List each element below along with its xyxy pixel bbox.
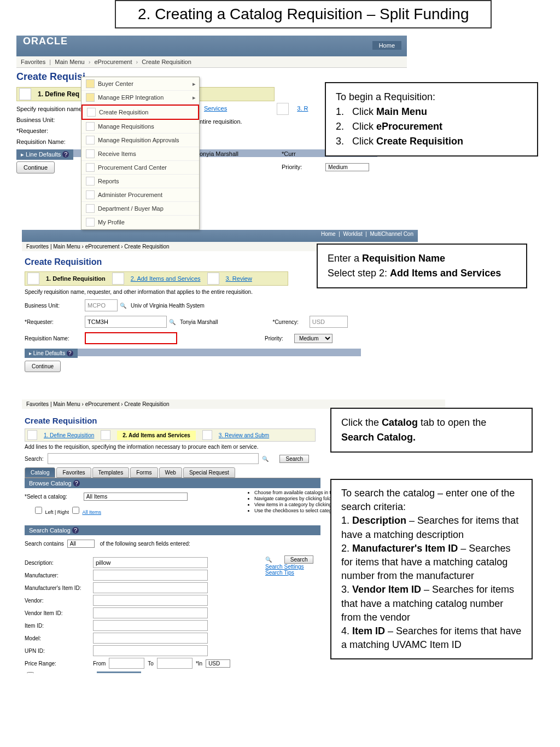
priority-label: Priority: [265, 335, 283, 341]
tab-templates[interactable]: Templates [92, 467, 130, 478]
crumb-eprocurement[interactable]: eProcurement [85, 401, 120, 407]
step3-link[interactable]: 3. Review and Subm [219, 432, 269, 438]
include-images-checkbox[interactable] [27, 672, 34, 673]
search-settings-link[interactable]: Search Settings [265, 564, 304, 570]
search-icon[interactable]: 🔍 [265, 557, 272, 563]
step2-link[interactable]: 2. Add Items and Services [131, 275, 201, 282]
document-icon [86, 177, 95, 186]
home-link[interactable]: Home [372, 41, 401, 50]
search-catalog-header[interactable]: Search Catalog ? [25, 525, 320, 535]
tab-web[interactable]: Web [159, 467, 182, 478]
priority-label: Priority: [282, 164, 302, 170]
search-button[interactable]: Search [279, 455, 309, 463]
specify-text: Specify requisition name, requester, and… [25, 289, 361, 295]
menu-buyer-center[interactable]: Buyer Center▸ [81, 77, 199, 91]
contains-select[interactable]: All [67, 540, 95, 548]
upn-id-label: UPN ID: [25, 648, 93, 654]
menu-dept-buyer-map[interactable]: Department / Buyer Map [81, 202, 199, 216]
worklist-link[interactable]: Worklist [343, 231, 362, 237]
main-menu-dropdown: Buyer Center▸ Manage ERP Integration▸ Cr… [81, 77, 200, 230]
page-title: Create Requisition [25, 257, 361, 267]
step1-link[interactable]: 1. Define Requisition [44, 432, 94, 438]
chevron-right-icon: ▸ [192, 94, 196, 101]
crumb-main-menu[interactable]: Main Menu [53, 244, 80, 250]
menu-manage-requisitions[interactable]: Manage Requisitions [81, 120, 199, 134]
multichannel-link[interactable]: MultiChannel Con [370, 231, 414, 237]
price-range-label: Price Range: [25, 661, 93, 667]
line-defaults-toggle[interactable]: ▸ Line Defaults ? [16, 149, 73, 160]
home-link[interactable]: Home [321, 231, 336, 237]
step3-link[interactable]: 3. Review [226, 275, 252, 282]
crumb-main-menu[interactable]: Main Menu [55, 59, 84, 65]
menu-receive-items[interactable]: Receive Items [81, 147, 199, 161]
search-icon[interactable]: 🔍 [262, 456, 269, 462]
currency-select[interactable]: USD [206, 659, 230, 668]
menu-manage-erp[interactable]: Manage ERP Integration▸ [81, 91, 199, 105]
requester-input[interactable] [85, 316, 167, 328]
all-items-link[interactable]: All Items [82, 509, 101, 515]
document-title: 2. Creating a Catalog Requisition – Spli… [115, 0, 492, 28]
right-checkbox[interactable] [72, 507, 79, 514]
search-button-2[interactable]: Search [284, 555, 314, 564]
reqname-input[interactable] [85, 332, 177, 344]
step2-icon [101, 430, 110, 440]
currency-label: *Currency: [272, 319, 298, 325]
menu-manage-req-approvals[interactable]: Manage Requisition Approvals [81, 134, 199, 147]
menu-administer-procurement[interactable]: Administer Procurement [81, 188, 199, 202]
crumb-favorites[interactable]: Favorites [26, 401, 49, 407]
step2-icon [112, 273, 124, 285]
menu-create-requisition[interactable]: Create Requisition [81, 105, 199, 120]
tab-catalog[interactable]: Catalog [25, 467, 55, 478]
vendor-input[interactable] [93, 595, 208, 606]
price-to-input[interactable] [157, 658, 192, 669]
line-defaults-toggle[interactable]: ▸ Line Defaults ? [25, 349, 78, 358]
search-input[interactable] [48, 453, 259, 464]
left-checkbox[interactable] [35, 507, 42, 514]
crumb-eprocurement[interactable]: eProcurement [85, 244, 120, 250]
description-input[interactable] [93, 557, 208, 568]
step3-link[interactable]: 3. R [297, 105, 308, 112]
crumb-favorites[interactable]: Favorites [26, 244, 49, 250]
instruction-callout-2: Enter a Requisition Name Select step 2: … [317, 244, 527, 288]
bu-hint: Univ of Virginia Health System [131, 303, 205, 309]
upn-id-input[interactable] [93, 645, 208, 656]
catalog-select[interactable]: All Items [84, 493, 188, 501]
manufacturer-input[interactable] [93, 570, 208, 581]
model-input[interactable] [93, 633, 208, 644]
priority-select[interactable]: Medium [294, 334, 332, 343]
search-tips-link[interactable]: Search Tips [265, 570, 294, 576]
price-from-input[interactable] [109, 658, 144, 669]
continue-button[interactable]: Continue [25, 361, 61, 372]
crumb-eprocurement[interactable]: eProcurement [94, 59, 132, 65]
reqname-label: Requisition Name: [25, 335, 85, 341]
oracle-logo: ORACLE [16, 31, 74, 51]
document-icon [86, 218, 95, 227]
requester-label: *Requester: [16, 128, 77, 134]
bu-input[interactable] [85, 299, 118, 311]
crumb-main-menu[interactable]: Main Menu [53, 401, 80, 407]
menu-my-profile[interactable]: My Profile [81, 216, 199, 229]
document-icon [86, 149, 95, 158]
currency-input[interactable] [310, 316, 348, 328]
crumb-favorites[interactable]: Favorites [21, 59, 45, 65]
crumb-create-req[interactable]: Create Requisition [124, 244, 169, 250]
priority-select[interactable]: Medium [325, 163, 369, 171]
tab-favorites[interactable]: Favorites [56, 467, 91, 478]
services-link[interactable]: Services [204, 105, 227, 112]
menu-procurement-card[interactable]: Procurement Card Center [81, 161, 199, 175]
description-label: Description: [25, 560, 93, 566]
wizard-steps: 1. Define Requisition 2. Add Items and S… [25, 428, 316, 442]
bu-label: Business Unit: [25, 303, 85, 309]
tab-forms[interactable]: Forms [130, 467, 158, 478]
item-id-input[interactable] [93, 620, 208, 631]
manuf-item-id-input[interactable] [93, 582, 208, 593]
crumb-create-req[interactable]: Create Requisition [142, 59, 191, 65]
document-icon [86, 163, 95, 172]
step2-label: 2. Add Items and Services [117, 431, 196, 440]
crumb-create-req[interactable]: Create Requisition [124, 401, 169, 407]
vendor-item-id-input[interactable] [93, 607, 208, 618]
continue-button[interactable]: Continue [16, 161, 55, 173]
browse-catalog-header[interactable]: Browse Catalog ? [25, 478, 320, 488]
tab-special-request[interactable]: Special Request [183, 467, 235, 478]
menu-reports[interactable]: Reports [81, 175, 199, 188]
